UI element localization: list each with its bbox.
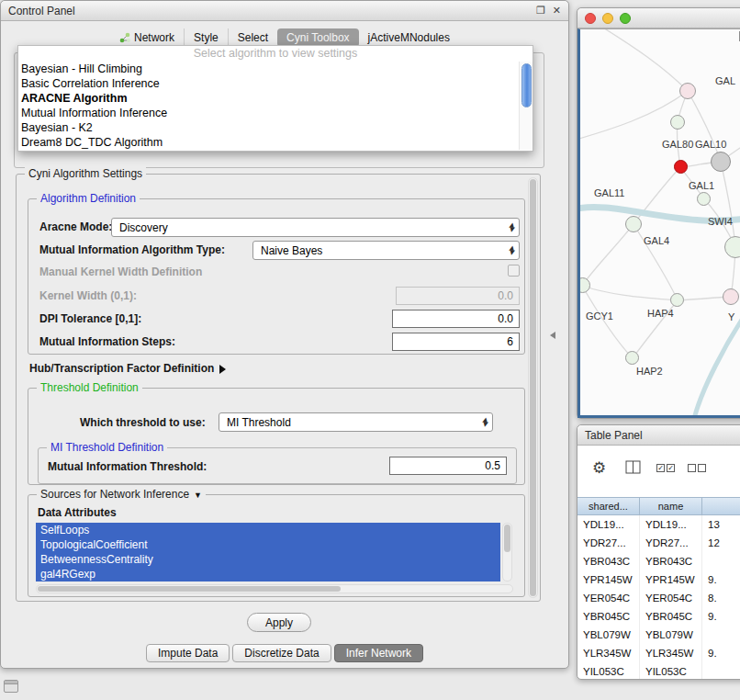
mi-threshold-group-title: MI Threshold Definition: [47, 441, 167, 454]
table-row[interactable]: YIL053CYIL053C: [577, 662, 740, 679]
table-panel-title: Table Panel: [585, 429, 643, 442]
network-node[interactable]: [679, 83, 696, 99]
control-panel-window: Control Panel ❐ ✕ Network Style Select C…: [0, 0, 569, 669]
table-row[interactable]: YLR345WYLR345W9.: [577, 644, 740, 662]
float-icon[interactable]: ❐: [536, 5, 545, 17]
combo-arrows-icon: ▲▼: [505, 223, 519, 232]
table-row[interactable]: YPR145WYPR145W9.: [577, 570, 740, 589]
which-threshold-combo[interactable]: MI Threshold ▲▼: [219, 412, 493, 432]
control-panel-titlebar[interactable]: Control Panel ❐ ✕: [1, 1, 568, 21]
network-node[interactable]: [670, 115, 685, 130]
algorithm-definition-group: Algorithm Definition Aracne Mode: Discov…: [28, 198, 525, 355]
threshold-definition-title: Threshold Definition: [37, 381, 142, 394]
table-row[interactable]: YDR27...YDR27...12: [577, 534, 740, 552]
tab-style[interactable]: Style: [184, 28, 228, 47]
apply-button[interactable]: Apply: [247, 613, 311, 632]
attribute-item[interactable]: SelfLoops: [36, 523, 500, 537]
attribute-item[interactable]: TopologicalCoefficient: [36, 537, 500, 552]
table-panel-window: Table Panel ⚙ ✓ ✓ shared... name YDL19..…: [577, 424, 740, 680]
columns-icon[interactable]: [625, 460, 642, 474]
network-canvas[interactable]: GAL80 GAL10 GAL11 GAL1 SWI4 GAL4 GCY1 HA…: [577, 28, 740, 418]
traffic-minimize-icon[interactable]: [602, 13, 613, 24]
bottom-tab-impute-data[interactable]: Impute Data: [146, 644, 230, 662]
node-label: GAL80: [662, 139, 693, 150]
settings-scrollbar[interactable]: [528, 177, 538, 598]
table-row[interactable]: YBR043CYBR043C: [577, 552, 740, 570]
which-threshold-label: Which threshold to use:: [80, 416, 206, 429]
mi-threshold-field[interactable]: 0.5: [389, 457, 507, 475]
mi-type-combo[interactable]: Naive Bayes ▲▼: [252, 241, 520, 260]
aracne-mode-combo[interactable]: Discovery ▲▼: [111, 218, 520, 237]
column-header-name[interactable]: name: [640, 497, 702, 515]
dpi-tolerance-field[interactable]: 0.0: [392, 310, 520, 328]
attribute-list-hscrollbar[interactable]: [36, 584, 513, 593]
dropdown-item[interactable]: Dream8 DC_TDC Algorithm: [18, 135, 533, 150]
aracne-mode-label: Aracne Mode:: [39, 220, 112, 233]
mi-steps-label: Mutual Information Steps:: [39, 335, 175, 348]
network-node[interactable]: [670, 293, 684, 307]
sources-group: Sources for Network Inference▼ Data Attr…: [28, 494, 525, 597]
network-node[interactable]: [711, 152, 731, 172]
combo-arrows-icon: ▲▼: [505, 246, 519, 255]
table-row[interactable]: YER054CYER054C8.: [577, 589, 740, 607]
vscrollbar-thumb[interactable]: [504, 525, 510, 552]
attribute-item[interactable]: BetweennessCentrality: [36, 552, 500, 567]
select-all-columns-icon[interactable]: ✓ ✓: [656, 464, 675, 472]
close-icon[interactable]: ✕: [553, 5, 561, 17]
mi-type-label: Mutual Information Algorithm Type:: [39, 243, 225, 256]
table-row[interactable]: YDL19...YDL19...13: [577, 515, 740, 534]
deselect-all-columns-icon[interactable]: [688, 464, 706, 472]
mi-threshold-group: MI Threshold Definition Mutual Informati…: [38, 447, 517, 484]
network-titlebar[interactable]: [577, 8, 740, 28]
gear-icon[interactable]: ⚙: [592, 458, 606, 478]
dropdown-item[interactable]: Bayesian - Hill Climbing: [18, 62, 533, 76]
network-node-hap2[interactable]: [625, 351, 639, 365]
network-node[interactable]: [724, 236, 740, 258]
collapsed-panel-icon[interactable]: [4, 680, 18, 693]
manual-kernel-checkbox[interactable]: [508, 265, 520, 277]
unchecked-box-icon: [688, 464, 696, 472]
dropdown-item[interactable]: Bayesian - K2: [18, 120, 533, 135]
hub-section-label[interactable]: Hub/Transcription Factor Definition: [29, 362, 226, 375]
kernel-width-field[interactable]: 0.0: [396, 287, 520, 305]
traffic-close-icon[interactable]: [585, 13, 596, 24]
mi-steps-field[interactable]: 6: [392, 333, 520, 351]
hscrollbar-thumb[interactable]: [38, 586, 341, 592]
table-toolbar: ⚙ ✓ ✓: [577, 449, 740, 493]
attribute-item[interactable]: gal4RGexp: [36, 567, 500, 581]
network-node-gal4[interactable]: [625, 216, 642, 232]
attribute-list-vscrollbar[interactable]: [502, 523, 512, 581]
tab-network[interactable]: Network: [110, 28, 184, 47]
node-label: HAP2: [636, 366, 663, 377]
algorithm-definition-title: Algorithm Definition: [37, 192, 140, 205]
settings-scrollbar-thumb[interactable]: [530, 179, 536, 596]
expand-right-icon[interactable]: [219, 365, 226, 374]
dropdown-item[interactable]: Mutual Information Inference: [18, 106, 533, 120]
dropdown-scrollbar-thumb[interactable]: [521, 63, 532, 107]
dropdown-placeholder: Select algorithm to view settings: [18, 46, 533, 62]
dropdown-item-selected[interactable]: ARACNE Algorithm: [18, 91, 533, 106]
table-row[interactable]: YBR045CYBR045C9.: [577, 607, 740, 626]
table-row[interactable]: YBL079WYBL079W: [577, 626, 740, 644]
traffic-zoom-icon[interactable]: [620, 13, 631, 24]
bottom-tab-infer-network[interactable]: Infer Network: [334, 644, 423, 662]
tab-select[interactable]: Select: [228, 28, 277, 47]
collapse-down-icon[interactable]: ▼: [194, 491, 202, 500]
tab-cyni-toolbox[interactable]: Cyni Toolbox: [277, 28, 358, 47]
column-header-shared-name[interactable]: shared...: [577, 497, 640, 515]
network-node-hap4[interactable]: [723, 288, 739, 305]
dropdown-item[interactable]: Basic Correlation Inference: [18, 76, 533, 91]
column-header-cut[interactable]: [702, 497, 740, 515]
threshold-definition-group: Threshold Definition Which threshold to …: [28, 388, 525, 485]
network-node[interactable]: [697, 192, 711, 206]
tab-jactivemnodules[interactable]: jActiveMNodules: [359, 28, 459, 47]
network-node-gal10[interactable]: [674, 160, 688, 174]
checked-box-icon: ✓: [656, 464, 665, 472]
dropdown-scrollbar[interactable]: [519, 62, 533, 150]
sources-group-title[interactable]: Sources for Network Inference▼: [37, 488, 206, 501]
node-label: Y: [728, 311, 734, 322]
node-label: SWI4: [708, 216, 733, 227]
table-panel-titlebar[interactable]: Table Panel: [577, 425, 740, 446]
bottom-tab-discretize-data[interactable]: Discretize Data: [232, 644, 331, 662]
splitter-handle[interactable]: [550, 332, 555, 339]
